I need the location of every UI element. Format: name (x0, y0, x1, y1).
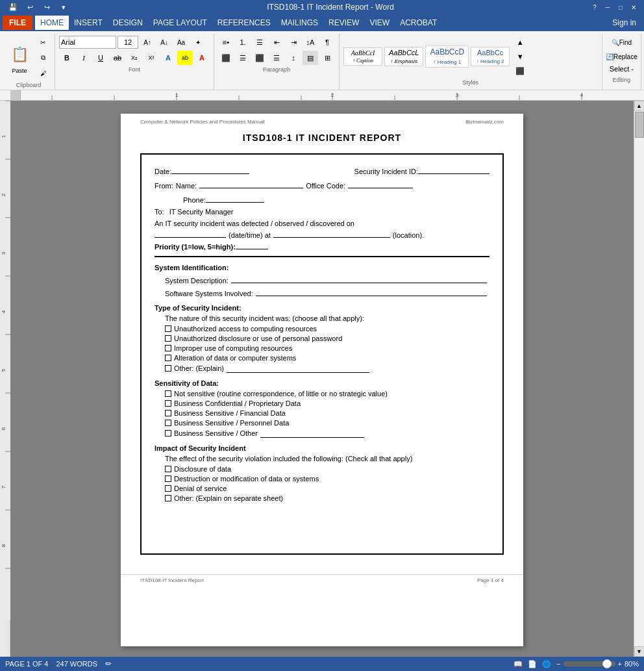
checkbox-sq-5[interactable] (165, 365, 171, 372)
redo-button[interactable]: ↪ (39, 0, 55, 14)
menu-insert[interactable]: INSERT (69, 16, 108, 30)
style-emphasis[interactable]: AaBbCcL↑ Emphasis (384, 47, 423, 66)
checkbox-sq-s1[interactable] (165, 390, 171, 397)
decrease-font-button[interactable]: A↓ (156, 35, 172, 49)
font-color-button[interactable]: A (194, 51, 210, 65)
checkbox-sq-i2[interactable] (165, 475, 171, 482)
scroll-down-button[interactable]: ▼ (634, 646, 645, 657)
view-print-button[interactable]: 📄 (528, 660, 537, 668)
zoom-out-button[interactable]: − (556, 660, 560, 668)
checkbox-sq-1[interactable] (165, 325, 171, 332)
customize-qat-button[interactable]: ▾ (56, 0, 71, 14)
align-right-button[interactable]: ⬛ (252, 51, 267, 65)
borders-button[interactable]: ⊞ (319, 51, 335, 65)
checkbox-sq-s4[interactable] (165, 420, 171, 426)
file-menu-button[interactable]: FILE (3, 16, 32, 30)
name-field[interactable] (199, 179, 303, 188)
checkbox-sq-4[interactable] (165, 355, 171, 361)
zoom-slider-thumb[interactable] (602, 659, 612, 668)
undo-button[interactable]: ↩ (22, 0, 38, 14)
font-size-input[interactable] (118, 36, 138, 49)
priority-field[interactable] (236, 240, 268, 249)
menu-home[interactable]: HOME (35, 16, 69, 30)
select-dropdown[interactable]: Select - (606, 64, 637, 74)
bullets-button[interactable]: ≡• (218, 35, 234, 49)
style-caption[interactable]: AaBbCcI↑ Caption (343, 47, 382, 66)
clear-format-button[interactable]: ✦ (190, 35, 206, 49)
menu-design[interactable]: DESIGN (108, 16, 148, 30)
zoom-slider-track[interactable] (564, 661, 615, 666)
checkbox-sq-i3[interactable] (165, 485, 171, 492)
checkbox-sq-i4[interactable] (165, 495, 171, 501)
view-web-button[interactable]: 🌐 (542, 660, 551, 668)
scroll-track[interactable] (634, 111, 645, 646)
decrease-indent-button[interactable]: ⇤ (269, 35, 284, 49)
copy-button[interactable]: ⧉ (35, 51, 51, 65)
maximize-button[interactable]: □ (615, 2, 626, 12)
strikethrough-button[interactable]: ab (110, 51, 125, 65)
scroll-thumb[interactable] (635, 112, 644, 138)
checkbox-sq-s3[interactable] (165, 410, 171, 416)
find-button[interactable]: 🔍 Find (613, 35, 629, 49)
menu-mailings[interactable]: MAILINGS (276, 16, 323, 30)
menu-acrobat[interactable]: ACROBAT (395, 16, 442, 30)
shading-button[interactable]: ▤ (303, 51, 318, 65)
minimize-button[interactable]: ─ (602, 2, 613, 12)
menu-references[interactable]: REFERENCES (212, 16, 276, 30)
format-painter-button[interactable]: 🖌 (35, 66, 51, 81)
checkbox-sq-3[interactable] (165, 345, 171, 351)
view-read-button[interactable]: 📖 (514, 660, 523, 668)
checkbox-sq-i1[interactable] (165, 466, 171, 472)
multilevel-list-button[interactable]: ☰ (252, 35, 267, 49)
proofing-icon[interactable]: ✏ (105, 659, 112, 668)
italic-button[interactable]: I (76, 51, 92, 65)
subscript-button[interactable]: X₂ (127, 51, 142, 65)
incident-date-field[interactable] (155, 229, 226, 238)
sw-sys-field[interactable] (256, 287, 487, 296)
zoom-in-button[interactable]: + (618, 660, 622, 668)
increase-font-button[interactable]: A↑ (140, 35, 155, 49)
sens-other-field[interactable] (260, 429, 364, 438)
checkbox-sq-2[interactable] (165, 335, 171, 342)
bold-button[interactable]: B (59, 51, 75, 65)
close-button[interactable]: ✕ (628, 2, 639, 12)
style-heading2[interactable]: AaBbCc↑ Heading 2 (471, 47, 510, 66)
sys-desc-field[interactable] (231, 274, 487, 283)
menu-view[interactable]: VIEW (364, 16, 395, 30)
styles-scroll-up[interactable]: ▲ (512, 35, 528, 49)
styles-scroll-down[interactable]: ▼ (512, 49, 528, 64)
replace-button[interactable]: 🔄 Replace (613, 49, 629, 64)
numbering-button[interactable]: 1. (235, 35, 251, 49)
change-case-button[interactable]: Aa (173, 35, 189, 49)
line-spacing-button[interactable]: ↕ (286, 51, 301, 65)
phone-field[interactable] (206, 194, 264, 203)
save-button[interactable]: 💾 (5, 0, 21, 14)
text-effects-button[interactable]: A (160, 51, 176, 65)
menu-page-layout[interactable]: PAGE LAYOUT (148, 16, 212, 30)
scroll-up-button[interactable]: ▲ (634, 101, 645, 111)
increase-indent-button[interactable]: ⇥ (286, 35, 301, 49)
style-heading1[interactable]: AaBbCcD↑ Heading 1 (425, 45, 469, 68)
superscript-button[interactable]: X² (143, 51, 159, 65)
other-explain-field[interactable] (227, 364, 369, 373)
show-hide-button[interactable]: ¶ (319, 35, 335, 49)
menu-review[interactable]: REVIEW (323, 16, 364, 30)
paste-button[interactable]: 📋 (6, 42, 32, 68)
justify-button[interactable]: ☰ (269, 51, 284, 65)
cut-button[interactable]: ✂ (35, 35, 51, 49)
document-area[interactable]: Computer & Network Policies and Procedur… (10, 101, 634, 657)
styles-more[interactable]: ⬛ (512, 64, 528, 78)
office-code-field[interactable] (348, 179, 413, 188)
date-field[interactable] (171, 165, 249, 174)
quick-access-toolbar[interactable]: 💾 ↩ ↪ ▾ (5, 0, 71, 14)
signin-button[interactable]: Sign in (607, 16, 641, 30)
checkbox-sq-s5[interactable] (165, 430, 171, 437)
checkbox-sq-s2[interactable] (165, 400, 171, 407)
help-button[interactable]: ? (589, 2, 600, 12)
highlight-button[interactable]: ab (177, 51, 193, 65)
security-id-field[interactable] (418, 165, 489, 174)
align-left-button[interactable]: ⬛ (218, 51, 234, 65)
window-controls[interactable]: ? ─ □ ✕ (589, 2, 639, 12)
sort-button[interactable]: ↕A (303, 35, 318, 49)
align-center-button[interactable]: ☰ (235, 51, 251, 65)
